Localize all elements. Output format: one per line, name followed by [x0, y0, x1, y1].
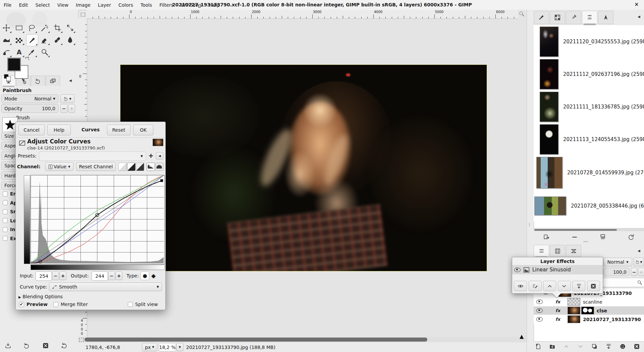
- tool-fuzzy-select[interactable]: [39, 22, 50, 34]
- cancel-button[interactable]: Cancel: [18, 125, 45, 135]
- images-list-scrollbar[interactable]: [534, 229, 644, 231]
- layers-merge-button[interactable]: [605, 343, 612, 350]
- add-preset-icon[interactable]: +: [148, 152, 154, 159]
- eye-icon[interactable]: [536, 317, 543, 321]
- ok-button[interactable]: OK: [133, 125, 153, 135]
- swap-colors-icon[interactable]: [24, 56, 30, 62]
- tool-pattern-fill[interactable]: [13, 34, 25, 46]
- preset-menu-icon[interactable]: ◀: [156, 152, 163, 160]
- layer-opacity-increase[interactable]: +: [638, 268, 644, 276]
- zoom-follow-icon[interactable]: [519, 11, 525, 17]
- image-list-item[interactable]: 20211111_181336785.jpg (2598 × 46: [534, 90, 644, 123]
- fx-eye-button[interactable]: [514, 281, 527, 291]
- tool-heal[interactable]: [52, 34, 63, 46]
- layer-mask-thumbnail[interactable]: [581, 307, 594, 314]
- tool-paintbrush[interactable]: [26, 34, 38, 46]
- non-linear-toggle-icon[interactable]: [136, 163, 144, 171]
- reset-button[interactable]: Reset: [107, 125, 130, 135]
- horizontal-ruler[interactable]: 0100020003000400050006000: [87, 10, 518, 19]
- ruler-corner-button[interactable]: [78, 10, 87, 19]
- merge-filter-checkbox[interactable]: Merge filter: [53, 302, 88, 307]
- presets-combo[interactable]: ▼: [39, 151, 146, 161]
- linear-toggle-icon[interactable]: [118, 163, 127, 171]
- dock-tab-fonts[interactable]: ab: [566, 11, 581, 24]
- dock-tab-images[interactable]: [582, 11, 597, 24]
- reset-channel-button[interactable]: Reset Channel: [76, 162, 116, 171]
- dock-tab-paths[interactable]: [566, 245, 581, 257]
- foreground-color-swatch[interactable]: [7, 58, 21, 71]
- output-increase-button[interactable]: +: [115, 271, 122, 280]
- layer-row[interactable]: fx20210727_193133790: [534, 315, 644, 323]
- opacity-increase-button[interactable]: +: [68, 104, 75, 113]
- curves-plot[interactable]: [31, 175, 165, 264]
- save-tray-icon[interactable]: [5, 342, 11, 349]
- fx-chev-up-button[interactable]: [543, 281, 556, 291]
- tool-warp[interactable]: [1, 34, 12, 46]
- menu-edit[interactable]: Edit: [15, 1, 32, 9]
- tool-smudge[interactable]: [64, 34, 76, 46]
- tool-eraser[interactable]: [39, 34, 50, 46]
- perceptual-toggle-icon[interactable]: [127, 163, 136, 171]
- menu-select[interactable]: Select: [32, 1, 54, 9]
- delete-icon[interactable]: [42, 342, 49, 349]
- tool-transform[interactable]: [64, 22, 76, 34]
- h-scrollbar[interactable]: [78, 337, 527, 343]
- shred-icon[interactable]: [599, 234, 606, 240]
- layers-mask-button[interactable]: [620, 343, 626, 350]
- export-icon[interactable]: [543, 234, 550, 240]
- layer-name[interactable]: clse: [597, 308, 607, 313]
- layer-thumbnail[interactable]: [568, 307, 580, 314]
- tool-zoom[interactable]: [39, 46, 50, 58]
- layer-opacity-decrease[interactable]: −: [631, 268, 637, 276]
- menu-tools[interactable]: Tools: [137, 1, 156, 9]
- undo-icon[interactable]: [23, 342, 30, 349]
- layer-name[interactable]: 20210727_193133790: [583, 317, 641, 322]
- histogram-log-icon[interactable]: [155, 163, 164, 171]
- split-view-checkbox[interactable]: Split view: [128, 302, 158, 307]
- layers-chev-down-button[interactable]: [577, 343, 584, 350]
- opacity-slider[interactable]: Opacity 100,0: [1, 104, 58, 113]
- image-list-item[interactable]: 20210728_014559939.jpg (2702 × 3: [534, 156, 644, 190]
- output-decrease-button[interactable]: −: [108, 271, 115, 280]
- check-en[interactable]: En: [3, 191, 17, 196]
- tool-paths[interactable]: [1, 46, 12, 58]
- dock-tab-pattern[interactable]: [550, 11, 565, 24]
- panel-splitter-dots[interactable]: ⋯: [583, 239, 588, 244]
- fx-edit-list-button[interactable]: [529, 281, 542, 291]
- tool-text[interactable]: A: [13, 46, 25, 58]
- layer-opacity-slider[interactable]: 100,0: [603, 268, 630, 276]
- input-decrease-button[interactable]: −: [52, 271, 59, 280]
- tool-move[interactable]: [1, 22, 12, 34]
- collapse-left-icon[interactable]: ◀: [638, 249, 640, 253]
- channel-select[interactable]: I Value ▼: [45, 162, 73, 171]
- layer-mode-select[interactable]: Normal▼: [603, 258, 632, 266]
- fx-merge-button[interactable]: [572, 281, 585, 291]
- close-icon[interactable]: ×: [634, 0, 639, 10]
- fx-badge[interactable]: fx: [555, 299, 560, 304]
- reset-icon[interactable]: [61, 342, 68, 349]
- layers-closebox-button[interactable]: [634, 343, 640, 350]
- zoom-value[interactable]: 18,2 %: [159, 343, 176, 351]
- blending-options-expander[interactable]: ▶ Blending Options: [18, 294, 63, 299]
- fx-closebox-button[interactable]: [587, 281, 600, 291]
- image-list-item[interactable]: 20211113_124055453.jpg (2598 × 46: [534, 123, 644, 156]
- canvas-image[interactable]: [120, 65, 487, 271]
- input-increase-button[interactable]: +: [59, 271, 66, 280]
- tool-free-select[interactable]: [26, 22, 38, 34]
- layer-thumbnail[interactable]: [568, 315, 580, 323]
- layer-row[interactable]: fxscanline: [534, 298, 644, 306]
- eye-icon[interactable]: [536, 308, 543, 313]
- selection-bounds-icon[interactable]: [79, 338, 84, 342]
- collapse-left-icon[interactable]: ◀: [638, 15, 640, 18]
- layer-name[interactable]: scanline: [583, 299, 602, 305]
- minus-icon[interactable]: [571, 234, 578, 240]
- preview-checkbox[interactable]: Preview: [19, 302, 48, 307]
- output-value-field[interactable]: 244: [92, 271, 108, 281]
- menu-file[interactable]: File: [0, 1, 15, 9]
- eye-icon[interactable]: [536, 300, 543, 304]
- layer-thumbnail[interactable]: [568, 298, 580, 306]
- image-list-item[interactable]: 20210728_005338446.jpg (6000 ×: [534, 190, 644, 222]
- layers-chev-up-button[interactable]: [563, 343, 570, 350]
- fx-chev-down-button[interactable]: [558, 281, 571, 291]
- tool-rect-select[interactable]: [13, 22, 25, 34]
